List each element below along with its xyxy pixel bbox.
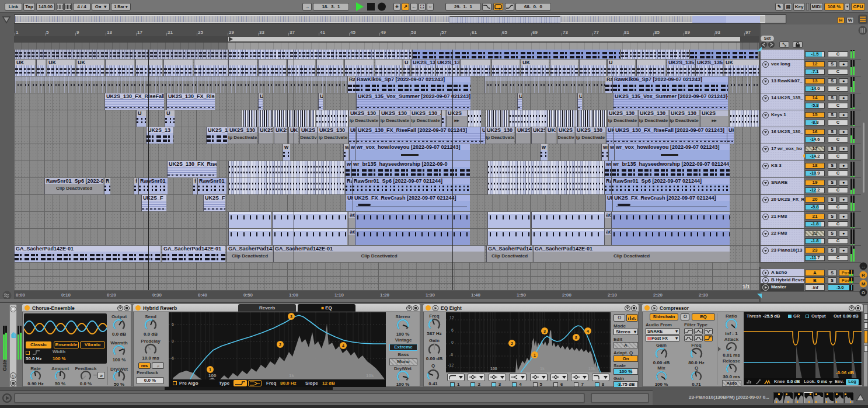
svg-text:1: 1 [534, 353, 536, 357]
svg-text:8: 8 [575, 336, 577, 340]
svg-text:3: 3 [543, 329, 546, 333]
svg-text:1: 1 [209, 368, 211, 372]
svg-text:4: 4 [587, 329, 589, 333]
svg-text:O: O [862, 290, 865, 295]
svg-text:3: 3 [290, 315, 292, 319]
svg-text:M: M [862, 281, 866, 287]
svg-text:2: 2 [511, 341, 513, 346]
svg-text:2: 2 [279, 343, 281, 347]
svg-text:R: R [862, 273, 865, 278]
svg-text:↔: ↔ [861, 264, 866, 269]
svg-text:4: 4 [342, 344, 344, 348]
svg-text:↻: ↻ [12, 374, 15, 378]
